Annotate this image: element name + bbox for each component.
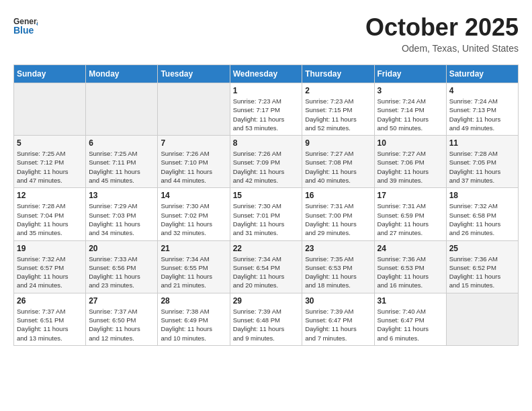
day-info: Sunrise: 7:37 AM Sunset: 6:51 PM Dayligh… — [17, 307, 83, 342]
weekday-monday: Monday — [86, 65, 158, 83]
day-info: Sunrise: 7:34 AM Sunset: 6:55 PM Dayligh… — [161, 255, 226, 290]
calendar-cell: 15Sunrise: 7:30 AM Sunset: 7:01 PM Dayli… — [230, 188, 302, 240]
day-number: 28 — [161, 296, 226, 306]
day-number: 6 — [89, 138, 154, 148]
calendar-cell: 18Sunrise: 7:32 AM Sunset: 6:58 PM Dayli… — [446, 188, 518, 240]
calendar-cell: 13Sunrise: 7:29 AM Sunset: 7:03 PM Dayli… — [86, 188, 158, 240]
day-info: Sunrise: 7:36 AM Sunset: 6:53 PM Dayligh… — [378, 255, 443, 290]
day-info: Sunrise: 7:25 AM Sunset: 7:11 PM Dayligh… — [89, 149, 154, 185]
calendar-cell: 29Sunrise: 7:39 AM Sunset: 6:48 PM Dayli… — [230, 293, 302, 345]
calendar-cell: 21Sunrise: 7:34 AM Sunset: 6:55 PM Dayli… — [158, 240, 230, 293]
day-info: Sunrise: 7:23 AM Sunset: 7:15 PM Dayligh… — [305, 97, 371, 132]
logo-icon: General Blue — [13, 13, 38, 38]
day-info: Sunrise: 7:40 AM Sunset: 6:47 PM Dayligh… — [378, 307, 443, 342]
day-number: 5 — [17, 138, 83, 148]
weekday-thursday: Thursday — [302, 65, 374, 83]
calendar-cell: 24Sunrise: 7:36 AM Sunset: 6:53 PM Dayli… — [374, 240, 446, 293]
day-info: Sunrise: 7:39 AM Sunset: 6:47 PM Dayligh… — [305, 307, 371, 342]
weekday-wednesday: Wednesday — [230, 65, 302, 83]
day-info: Sunrise: 7:25 AM Sunset: 7:12 PM Dayligh… — [17, 149, 83, 185]
day-number: 2 — [305, 86, 371, 95]
day-number: 11 — [449, 138, 515, 148]
day-info: Sunrise: 7:34 AM Sunset: 6:54 PM Dayligh… — [233, 255, 300, 290]
day-number: 1 — [233, 86, 300, 95]
month-title: October 2025 — [365, 13, 519, 42]
weekday-header-row: SundayMondayTuesdayWednesdayThursdayFrid… — [14, 65, 519, 83]
calendar-cell: 11Sunrise: 7:28 AM Sunset: 7:05 PM Dayli… — [446, 136, 518, 188]
day-number: 13 — [89, 191, 154, 200]
day-info: Sunrise: 7:24 AM Sunset: 7:14 PM Dayligh… — [378, 97, 443, 132]
calendar-cell: 27Sunrise: 7:37 AM Sunset: 6:50 PM Dayli… — [86, 293, 158, 345]
day-info: Sunrise: 7:31 AM Sunset: 6:59 PM Dayligh… — [378, 201, 443, 237]
page-header: General Blue October 2025 Odem, Texas, U… — [13, 13, 519, 54]
calendar-body: 1Sunrise: 7:23 AM Sunset: 7:17 PM Daylig… — [14, 83, 519, 346]
day-number: 7 — [161, 138, 226, 148]
day-number: 8 — [233, 138, 300, 148]
day-info: Sunrise: 7:30 AM Sunset: 7:02 PM Dayligh… — [161, 201, 226, 237]
calendar-cell: 6Sunrise: 7:25 AM Sunset: 7:11 PM Daylig… — [86, 136, 158, 188]
day-info: Sunrise: 7:28 AM Sunset: 7:05 PM Dayligh… — [449, 149, 515, 185]
day-number: 10 — [378, 138, 443, 148]
calendar-week-1: 1Sunrise: 7:23 AM Sunset: 7:17 PM Daylig… — [14, 83, 519, 136]
calendar-cell: 9Sunrise: 7:27 AM Sunset: 7:08 PM Daylig… — [302, 136, 374, 188]
day-number: 14 — [161, 191, 226, 200]
weekday-tuesday: Tuesday — [158, 65, 230, 83]
calendar-cell: 4Sunrise: 7:24 AM Sunset: 7:13 PM Daylig… — [446, 83, 518, 136]
weekday-sunday: Sunday — [14, 65, 86, 83]
calendar-cell: 5Sunrise: 7:25 AM Sunset: 7:12 PM Daylig… — [14, 136, 86, 188]
day-info: Sunrise: 7:26 AM Sunset: 7:09 PM Dayligh… — [233, 149, 300, 185]
calendar-cell: 20Sunrise: 7:33 AM Sunset: 6:56 PM Dayli… — [86, 240, 158, 293]
day-info: Sunrise: 7:27 AM Sunset: 7:06 PM Dayligh… — [378, 149, 443, 185]
calendar-cell: 30Sunrise: 7:39 AM Sunset: 6:47 PM Dayli… — [302, 293, 374, 345]
calendar-cell: 16Sunrise: 7:31 AM Sunset: 7:00 PM Dayli… — [302, 188, 374, 240]
day-info: Sunrise: 7:23 AM Sunset: 7:17 PM Dayligh… — [233, 97, 300, 132]
calendar-cell: 1Sunrise: 7:23 AM Sunset: 7:17 PM Daylig… — [230, 83, 302, 136]
day-number: 9 — [305, 138, 371, 148]
day-info: Sunrise: 7:28 AM Sunset: 7:04 PM Dayligh… — [17, 201, 83, 237]
day-info: Sunrise: 7:27 AM Sunset: 7:08 PM Dayligh… — [305, 149, 371, 185]
day-number: 30 — [305, 296, 371, 306]
day-number: 25 — [449, 244, 515, 253]
day-number: 19 — [17, 244, 83, 253]
day-number: 23 — [305, 244, 371, 253]
calendar-cell: 7Sunrise: 7:26 AM Sunset: 7:10 PM Daylig… — [158, 136, 230, 188]
day-number: 4 — [449, 86, 515, 95]
day-number: 18 — [449, 191, 515, 200]
day-number: 16 — [305, 191, 371, 200]
day-info: Sunrise: 7:37 AM Sunset: 6:50 PM Dayligh… — [89, 307, 154, 342]
day-info: Sunrise: 7:24 AM Sunset: 7:13 PM Dayligh… — [449, 97, 515, 132]
calendar-cell — [14, 83, 86, 136]
calendar-cell: 23Sunrise: 7:35 AM Sunset: 6:53 PM Dayli… — [302, 240, 374, 293]
day-info: Sunrise: 7:29 AM Sunset: 7:03 PM Dayligh… — [89, 201, 154, 237]
title-block: October 2025 Odem, Texas, United States — [365, 13, 519, 54]
day-info: Sunrise: 7:32 AM Sunset: 6:57 PM Dayligh… — [17, 255, 83, 290]
calendar-cell: 14Sunrise: 7:30 AM Sunset: 7:02 PM Dayli… — [158, 188, 230, 240]
calendar-table: SundayMondayTuesdayWednesdayThursdayFrid… — [13, 64, 519, 346]
location-subtitle: Odem, Texas, United States — [365, 43, 519, 54]
logo: General Blue — [13, 13, 38, 38]
day-number: 29 — [233, 296, 300, 306]
day-info: Sunrise: 7:32 AM Sunset: 6:58 PM Dayligh… — [449, 201, 515, 237]
day-number: 20 — [89, 244, 154, 253]
calendar-cell: 12Sunrise: 7:28 AM Sunset: 7:04 PM Dayli… — [14, 188, 86, 240]
calendar-cell: 28Sunrise: 7:38 AM Sunset: 6:49 PM Dayli… — [158, 293, 230, 345]
day-info: Sunrise: 7:35 AM Sunset: 6:53 PM Dayligh… — [305, 255, 371, 290]
day-info: Sunrise: 7:31 AM Sunset: 7:00 PM Dayligh… — [305, 201, 371, 237]
day-number: 26 — [17, 296, 83, 306]
calendar-cell: 31Sunrise: 7:40 AM Sunset: 6:47 PM Dayli… — [374, 293, 446, 345]
calendar-cell: 22Sunrise: 7:34 AM Sunset: 6:54 PM Dayli… — [230, 240, 302, 293]
day-info: Sunrise: 7:38 AM Sunset: 6:49 PM Dayligh… — [161, 307, 226, 342]
weekday-friday: Friday — [374, 65, 446, 83]
day-info: Sunrise: 7:26 AM Sunset: 7:10 PM Dayligh… — [161, 149, 226, 185]
day-number: 24 — [378, 244, 443, 253]
calendar-week-5: 26Sunrise: 7:37 AM Sunset: 6:51 PM Dayli… — [14, 293, 519, 345]
day-number: 15 — [233, 191, 300, 200]
day-number: 21 — [161, 244, 226, 253]
calendar-cell: 8Sunrise: 7:26 AM Sunset: 7:09 PM Daylig… — [230, 136, 302, 188]
calendar-cell: 2Sunrise: 7:23 AM Sunset: 7:15 PM Daylig… — [302, 83, 374, 136]
calendar-cell: 19Sunrise: 7:32 AM Sunset: 6:57 PM Dayli… — [14, 240, 86, 293]
calendar-cell: 25Sunrise: 7:36 AM Sunset: 6:52 PM Dayli… — [446, 240, 518, 293]
calendar-cell — [158, 83, 230, 136]
day-number: 17 — [378, 191, 443, 200]
calendar-cell: 3Sunrise: 7:24 AM Sunset: 7:14 PM Daylig… — [374, 83, 446, 136]
